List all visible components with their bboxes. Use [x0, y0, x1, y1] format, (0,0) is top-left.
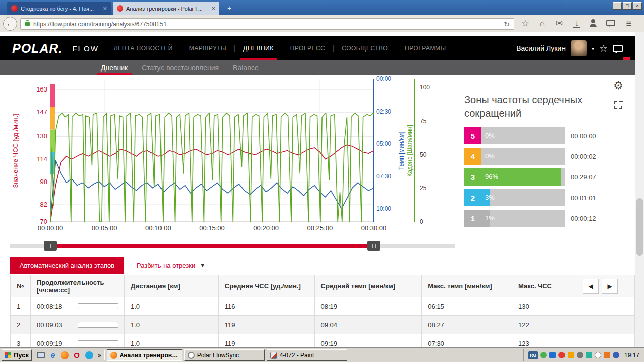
skype-icon[interactable]	[85, 351, 94, 360]
site-favicon-icon	[11, 5, 18, 12]
svg-text:00:20:00: 00:20:00	[253, 224, 279, 232]
browser-tab-inactive[interactable]: Стодневка по бегу - 4. Нач... ×	[7, 2, 111, 15]
subnav-balance[interactable]: Balance	[226, 60, 266, 75]
lap-row[interactable]: 2 00:09:03 1.0 119 09:04 08:27 122	[11, 316, 635, 334]
mail-icon[interactable]: ✉	[553, 18, 566, 29]
nav-item-feed[interactable]: ЛЕНТА НОВОСТЕЙ	[106, 36, 181, 60]
svg-text:02:30: 02:30	[376, 108, 391, 115]
firefox-icon[interactable]	[60, 351, 69, 360]
pager-next-button[interactable]: ▶	[602, 279, 618, 294]
tray-icon[interactable]	[586, 352, 592, 358]
split-into-segments-dropdown[interactable]: Разбить на отрезки ▼	[137, 257, 205, 274]
scrubber-right-handle[interactable]	[367, 241, 380, 251]
zone-number: 2	[464, 189, 481, 206]
lap-number: 2	[11, 316, 31, 334]
bookmark-star-icon[interactable]: ☆	[519, 18, 531, 29]
chevron-down-icon[interactable]: ▾	[592, 46, 594, 51]
col-avg-hr: Средняя ЧСС [уд./мин.]	[218, 275, 314, 297]
pager-prev-button[interactable]: ◀	[583, 279, 599, 294]
subnav-recovery-status[interactable]: Статус восстановления	[135, 60, 226, 75]
menu-icon[interactable]: ≡	[623, 18, 635, 29]
browser-tab-active[interactable]: Анализ тренировки - Polar F... ×	[113, 2, 219, 15]
desktop-screen: Стодневка по бегу - 4. Нач... × Анализ т…	[0, 0, 644, 362]
quick-launch-overflow-chevron[interactable]: »	[98, 352, 101, 359]
svg-text:75: 75	[420, 118, 427, 125]
reload-icon[interactable]: ↻	[504, 20, 510, 28]
scrubber-left-handle[interactable]	[44, 241, 57, 251]
language-indicator[interactable]: RU	[528, 351, 538, 359]
nav-item-progress[interactable]: ПРОГРЕСС	[282, 36, 334, 60]
duration-progress-bar	[78, 303, 118, 309]
zone-bar: 0%	[481, 148, 565, 165]
messenger-icon[interactable]	[605, 18, 617, 29]
new-tab-button[interactable]: +	[223, 4, 235, 13]
lap-max-hr: 122	[512, 316, 566, 334]
zone-percent: 3%	[485, 194, 495, 201]
lap-distance: 1.0	[124, 297, 218, 316]
show-desktop-icon[interactable]	[36, 351, 45, 360]
window-maximize-button[interactable]: □	[623, 2, 632, 10]
tray-icon[interactable]	[577, 352, 583, 358]
window-controls: – □ ×	[613, 2, 642, 10]
zone-bar: 3%	[481, 189, 565, 206]
window-minimize-button[interactable]: –	[613, 2, 622, 10]
task-button-paint[interactable]: 4-072 - Paint	[267, 349, 347, 361]
opera-icon[interactable]: O	[72, 351, 82, 360]
favorites-star-icon[interactable]: ☆	[599, 43, 608, 54]
zone-time: 00:01:01	[571, 194, 596, 202]
nav-item-programs[interactable]: ПРОГРАММЫ	[396, 36, 454, 60]
svg-text:00:05:00: 00:05:00	[92, 224, 117, 232]
scrollbar-thumb[interactable]	[636, 198, 643, 256]
back-button[interactable]: ←	[3, 17, 17, 31]
zone-number: 4	[464, 148, 481, 165]
user-name[interactable]: Василий Лукин	[516, 44, 566, 52]
url-bar[interactable]: https://flow.polar.com/training/analysis…	[20, 18, 514, 30]
zone-time: 00:00:12	[571, 215, 596, 222]
nav-item-diary[interactable]: ДНЕВНИК	[235, 36, 282, 60]
nav-item-routes[interactable]: МАРШРУТЫ	[181, 36, 234, 60]
tray-icon[interactable]	[613, 352, 619, 358]
chart-settings-gear-icon[interactable]: ⚙	[612, 79, 625, 93]
home-icon[interactable]: ⌂	[536, 18, 548, 29]
downloads-icon[interactable]: ↓	[571, 18, 583, 29]
tab-close-icon[interactable]: ×	[103, 5, 107, 12]
taskbar-clock[interactable]: 19:17	[624, 352, 639, 359]
avatar[interactable]	[571, 40, 587, 56]
svg-text:98: 98	[40, 178, 47, 186]
zone-time: 00:29:07	[571, 173, 596, 181]
hr-zones-list: 5 0% 00:00:00 4 0% 00:00:02 3 96% 00:29:…	[464, 127, 630, 227]
lap-row[interactable]: 1 00:08:18 1.0 116 08:19 06:15 130	[11, 297, 635, 316]
lap-distance: 1.0	[124, 316, 218, 334]
paint-icon	[270, 352, 277, 359]
hr-zone-row: 2 3% 00:01:01	[464, 189, 630, 206]
subnav-diary[interactable]: Дневник	[94, 60, 135, 75]
tray-icon[interactable]	[595, 352, 601, 358]
lap-avg-hr: 116	[218, 297, 314, 316]
duration-progress-bar	[78, 340, 118, 346]
tray-icon[interactable]	[540, 352, 547, 358]
polar-logo[interactable]: POLAR.	[12, 41, 62, 56]
page-scrollbar[interactable]	[635, 32, 644, 348]
svg-text:00:30:00: 00:30:00	[361, 224, 387, 232]
scrubber-selected-range[interactable]	[50, 244, 374, 248]
time-range-scrubber[interactable]	[10, 240, 455, 251]
auto-lap-analysis-button[interactable]: Автоматический анализ этапов	[10, 257, 124, 274]
notifications-bubble-icon[interactable]	[613, 45, 623, 52]
account-icon[interactable]	[588, 18, 600, 29]
start-button[interactable]: Пуск	[2, 349, 32, 361]
tray-icon[interactable]	[549, 352, 556, 358]
tray-icon[interactable]	[558, 352, 565, 358]
svg-text:130: 130	[36, 132, 47, 140]
internet-explorer-icon[interactable]: e	[48, 351, 57, 360]
tab-close-icon[interactable]: ×	[211, 5, 215, 12]
training-chart[interactable]: 16314713011498827000:00:0000:05:0000:10:…	[10, 75, 455, 236]
nav-item-community[interactable]: СООБЩЕСТВО	[334, 36, 396, 60]
task-button-flowsync[interactable]: Polar FlowSync	[184, 349, 265, 361]
task-button-browser[interactable]: Анализ тренировки - ...	[107, 349, 182, 361]
duration-progress-bar	[78, 322, 118, 328]
svg-text:Темп [мин/км]: Темп [мин/км]	[398, 132, 405, 170]
window-close-button[interactable]: ×	[633, 2, 642, 10]
hr-zone-row: 1 1% 00:00:12	[464, 210, 630, 227]
tray-icon[interactable]	[604, 352, 610, 358]
tray-icon[interactable]	[568, 352, 574, 358]
